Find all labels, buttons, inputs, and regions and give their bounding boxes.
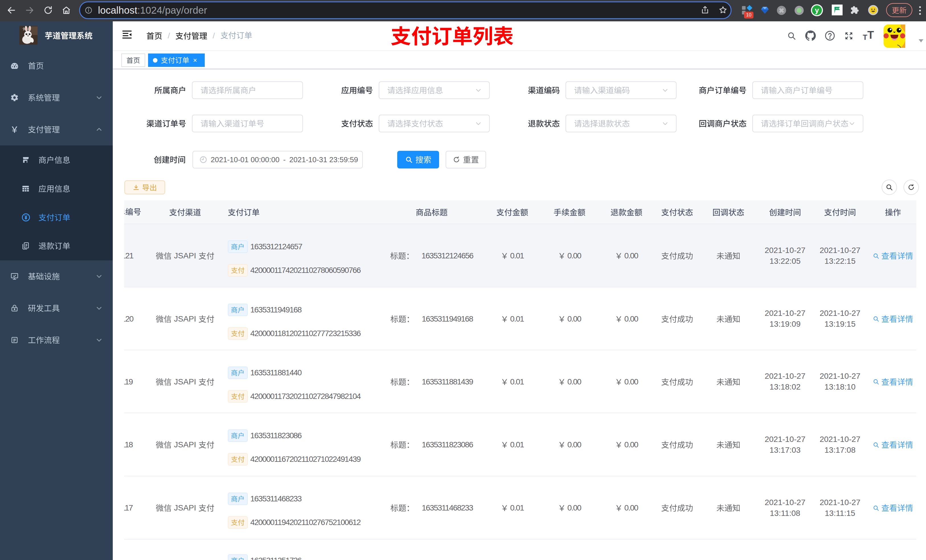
svg-text:y: y [815,6,819,14]
svg-text:⌘: ⌘ [779,8,784,14]
